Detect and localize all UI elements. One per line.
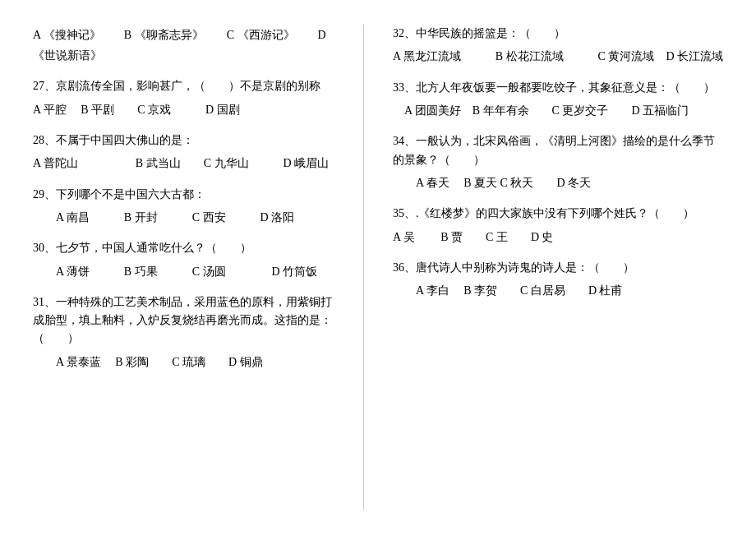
q31-options: A 景泰蓝 B 彩陶 C 琉璃 D 铜鼎 (33, 352, 334, 372)
question-28: 28、不属于中国四大佛山的是： A 普陀山 B 武当山 C 九华山 D 峨眉山 (33, 131, 334, 174)
q30-options: A 薄饼 B 巧果 C 汤圆 D 竹筒饭 (33, 261, 334, 282)
q36-options: A 李白 B 李贺 C 白居易 D 杜甫 (393, 280, 723, 301)
page: A 《搜神记》 B 《聊斋志异》 C 《西游记》 D 《世说新语》 27、京剧流… (0, 0, 756, 535)
q28-text: 28、不属于中国四大佛山的是： (33, 131, 334, 150)
question-34: 34、一般认为，北宋风俗画，《清明上河图》描绘的是什么季节的景象？（ ） A 春… (393, 132, 723, 193)
q27-options: A 平腔 B 平剧 C 京戏 D 国剧 (33, 99, 334, 120)
q34-text: 34、一般认为，北宋风俗画，《清明上河图》描绘的是什么季节的景象？（ ） (393, 132, 723, 169)
question-31: 31、一种特殊的工艺美术制品，采用蓝色的原料，用紫铜打成胎型，填上釉料，入炉反复… (33, 293, 334, 372)
q32-option: A 黑龙江流域 B 松花江流域 C 黄河流域 D 长江流域 (393, 46, 723, 67)
column-divider (363, 25, 364, 510)
q33-option: A 团圆美好 B 年年有余 C 更岁交子 D 五福临门 (393, 100, 689, 121)
question-32: 32、中华民族的摇篮是：（ ） A 黑龙江流域 B 松花江流域 C 黄河流域 D… (393, 25, 723, 67)
q30-option: A 薄饼 B 巧果 C 汤圆 D 竹筒饭 (33, 261, 317, 282)
q30-text: 30、七夕节，中国人通常吃什么？（ ） (33, 239, 334, 257)
q35-options: A 吴 B 贾 C 王 D 史 (393, 227, 723, 247)
q29-options: A 南昌 B 开封 C 西安 D 洛阳 (33, 207, 334, 228)
q31-option: A 景泰蓝 B 彩陶 C 琉璃 D 铜鼎 (33, 352, 263, 372)
q35-option: A 吴 B 贾 C 王 D 史 (393, 227, 554, 247)
q27-text: 27、京剧流传全国，影响甚广，（ ）不是京剧的别称 (33, 77, 334, 95)
q29-option: A 南昌 B 开封 C 西安 D 洛阳 (33, 207, 294, 228)
right-column: 32、中华民族的摇篮是：（ ） A 黑龙江流域 B 松花江流域 C 黄河流域 D… (393, 25, 723, 510)
q36-option: A 李白 B 李贺 C 白居易 D 杜甫 (393, 280, 623, 301)
q31-text: 31、一种特殊的工艺美术制品，采用蓝色的原料，用紫铜打成胎型，填上釉料，入炉反复… (33, 293, 334, 348)
q29-text: 29、下列哪个不是中国六大古都： (33, 186, 334, 204)
top-options: A 《搜神记》 B 《聊斋志异》 C 《西游记》 D 《世说新语》 (33, 25, 334, 66)
q28-options: A 普陀山 B 武当山 C 九华山 D 峨眉山 (33, 153, 334, 173)
question-33: 33、北方人年夜饭要一般都要吃饺子，其象征意义是：（ ） A 团圆美好 B 年年… (393, 79, 723, 122)
q32-text: 32、中华民族的摇篮是：（ ） (393, 25, 723, 43)
q28-option: A 普陀山 B 武当山 C 九华山 D 峨眉山 (33, 153, 329, 173)
q34-option: A 春天 B 夏天 C 秋天 D 冬天 (393, 173, 591, 193)
question-30: 30、七夕节，中国人通常吃什么？（ ） A 薄饼 B 巧果 C 汤圆 D 竹筒饭 (33, 239, 334, 282)
q33-options: A 团圆美好 B 年年有余 C 更岁交子 D 五福临门 (393, 100, 723, 121)
q36-text: 36、唐代诗人中别称为诗鬼的诗人是：（ ） (393, 259, 723, 277)
q35-text: 35、.《红楼梦》的四大家族中没有下列哪个姓氏？（ ） (393, 205, 723, 223)
question-29: 29、下列哪个不是中国六大古都： A 南昌 B 开封 C 西安 D 洛阳 (33, 186, 334, 228)
top-options-text: A 《搜神记》 B 《聊斋志异》 C 《西游记》 D 《世说新语》 (33, 25, 334, 66)
q27-option: A 平腔 B 平剧 C 京戏 D 国剧 (33, 99, 240, 120)
q33-text: 33、北方人年夜饭要一般都要吃饺子，其象征意义是：（ ） (393, 79, 723, 97)
q34-options: A 春天 B 夏天 C 秋天 D 冬天 (393, 173, 723, 193)
question-27: 27、京剧流传全国，影响甚广，（ ）不是京剧的别称 A 平腔 B 平剧 C 京戏… (33, 77, 334, 120)
q32-options: A 黑龙江流域 B 松花江流域 C 黄河流域 D 长江流域 (393, 46, 723, 67)
left-column: A 《搜神记》 B 《聊斋志异》 C 《西游记》 D 《世说新语》 27、京剧流… (33, 25, 334, 510)
question-35: 35、.《红楼梦》的四大家族中没有下列哪个姓氏？（ ） A 吴 B 贾 C 王 … (393, 205, 723, 247)
question-36: 36、唐代诗人中别称为诗鬼的诗人是：（ ） A 李白 B 李贺 C 白居易 D … (393, 259, 723, 302)
